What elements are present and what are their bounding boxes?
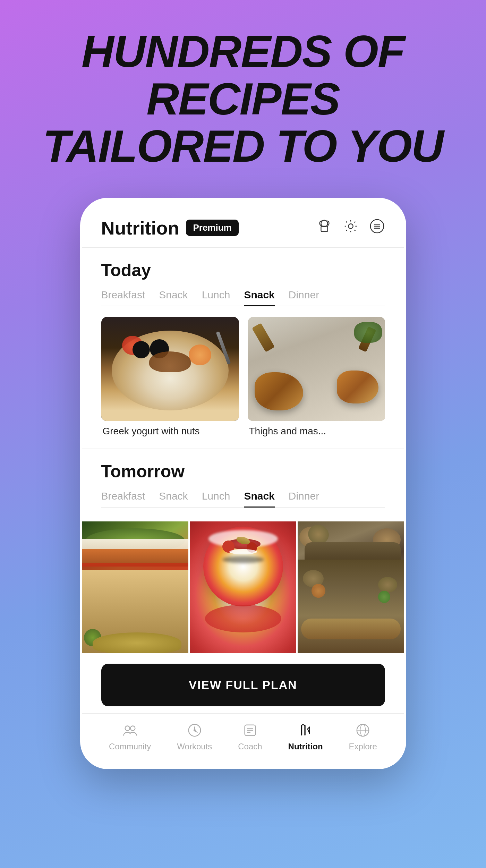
tab-snack2-tomorrow[interactable]: Snack: [244, 490, 274, 507]
today-meal-tabs[interactable]: Breakfast Snack Lunch Snack Dinner: [101, 289, 385, 306]
tab-snack1-tomorrow[interactable]: Snack: [159, 490, 188, 507]
recipe-name-chicken: Thighs and mas...: [248, 421, 385, 438]
view-full-plan-button[interactable]: VIEW FULL PLAN: [101, 664, 385, 706]
nav-coach[interactable]: Coach: [238, 722, 262, 751]
tomorrow-title: Tomorrow: [101, 461, 385, 482]
tab-dinner-today[interactable]: Dinner: [289, 289, 319, 306]
nav-community[interactable]: Community: [109, 722, 151, 751]
headline-line2: TAILORED TO YOU: [21, 122, 465, 170]
tab-breakfast-tomorrow[interactable]: Breakfast: [101, 490, 145, 507]
headline-line1: HUNDREDS OF RECIPES: [21, 28, 465, 122]
premium-badge: Premium: [186, 220, 238, 236]
nav-explore-label: Explore: [349, 742, 377, 751]
nav-workouts-label: Workouts: [177, 742, 212, 751]
tab-lunch-today[interactable]: Lunch: [202, 289, 230, 306]
today-title: Today: [101, 260, 385, 280]
bottom-nav: Community Workouts Coach: [82, 713, 404, 767]
tab-lunch-tomorrow[interactable]: Lunch: [202, 490, 230, 507]
tab-breakfast-today[interactable]: Breakfast: [101, 289, 145, 306]
tomorrow-section: Tomorrow Breakfast Snack Lunch Snack Din…: [82, 449, 404, 521]
app-title: Nutrition: [101, 217, 179, 239]
nav-coach-label: Coach: [238, 742, 262, 751]
collage-mushroom: [298, 521, 404, 653]
recipe-card-yogurt[interactable]: Greek yogurt with nuts: [101, 317, 239, 438]
headline: HUNDREDS OF RECIPES TAILORED TO YOU: [0, 0, 486, 184]
nav-community-label: Community: [109, 742, 151, 751]
svg-point-8: [130, 726, 135, 730]
settings-icon[interactable]: [343, 218, 359, 238]
nav-nutrition-label: Nutrition: [288, 742, 323, 751]
nav-nutrition[interactable]: Nutrition: [288, 722, 323, 751]
header-icons: [316, 218, 385, 238]
tomorrow-meal-tabs[interactable]: Breakfast Snack Lunch Snack Dinner: [101, 490, 385, 508]
recipe-name-yogurt: Greek yogurt with nuts: [101, 421, 239, 438]
collage-smoothie: [190, 521, 296, 653]
svg-point-2: [348, 224, 353, 228]
recipe-row-today: Greek yogurt with nuts Thighs and mas..: [101, 317, 385, 438]
nav-explore[interactable]: Explore: [349, 722, 377, 751]
view-plan-section: VIEW FULL PLAN: [82, 653, 404, 713]
phone-mockup: Nutrition Premium: [80, 198, 406, 769]
svg-point-7: [125, 726, 129, 730]
tab-snack2-today[interactable]: Snack: [244, 289, 274, 306]
tab-dinner-tomorrow[interactable]: Dinner: [289, 490, 319, 507]
collage-burger: [82, 521, 189, 653]
tab-snack1-today[interactable]: Snack: [159, 289, 188, 306]
chef-icon[interactable]: [316, 218, 332, 238]
today-section: Today Breakfast Snack Lunch Snack Dinner: [82, 248, 404, 449]
svg-point-10: [194, 730, 195, 731]
recipe-card-chicken[interactable]: Thighs and mas...: [248, 317, 385, 438]
food-collage: [82, 521, 404, 653]
title-group: Nutrition Premium: [101, 217, 239, 239]
list-icon[interactable]: [369, 218, 385, 238]
nav-workouts[interactable]: Workouts: [177, 722, 212, 751]
nutrition-header: Nutrition Premium: [82, 200, 404, 247]
